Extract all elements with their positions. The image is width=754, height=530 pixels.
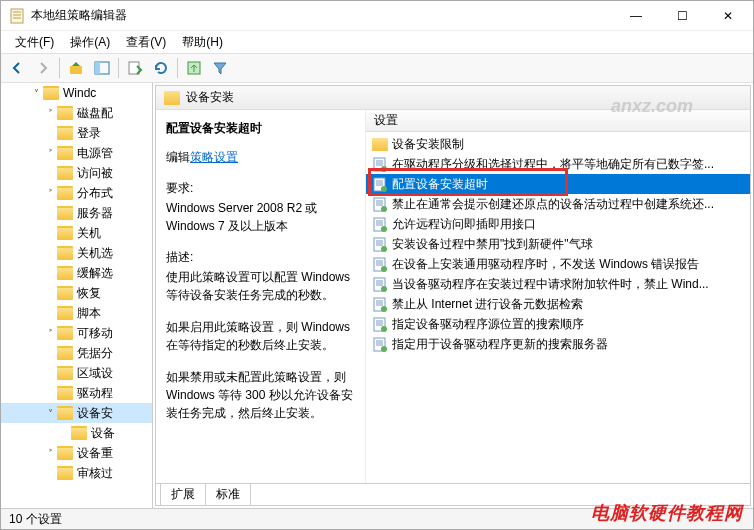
- tree-node[interactable]: ˃电源管: [1, 143, 153, 163]
- tree-pane[interactable]: ˅Windc˃磁盘配登录˃电源管访问被˃分布式服务器关机关机选缓解选恢复脚本˃可…: [1, 83, 153, 508]
- svg-rect-0: [11, 9, 23, 23]
- tree-node[interactable]: 缓解选: [1, 263, 153, 283]
- app-icon: [9, 8, 25, 24]
- folder-icon: [57, 226, 73, 240]
- export-button[interactable]: [123, 56, 147, 80]
- back-button[interactable]: [5, 56, 29, 80]
- folder-icon: [57, 126, 73, 140]
- tree-node-label: 设备安: [77, 405, 113, 422]
- tree-node[interactable]: ˃可移动: [1, 323, 153, 343]
- tree-node[interactable]: ˃设备重: [1, 443, 153, 463]
- folder-icon: [57, 206, 73, 220]
- expand-icon[interactable]: ˃: [43, 108, 57, 119]
- tree-node[interactable]: ˅设备安: [1, 403, 153, 423]
- tree-node[interactable]: 访问被: [1, 163, 153, 183]
- folder-icon: [57, 166, 73, 180]
- list-item-label: 当设备驱动程序在安装过程中请求附加软件时，禁止 Wind...: [392, 276, 709, 293]
- refresh-button[interactable]: [149, 56, 173, 80]
- minimize-button[interactable]: —: [613, 1, 659, 31]
- collapse-icon[interactable]: ˅: [43, 408, 57, 419]
- expand-icon[interactable]: ˃: [43, 448, 57, 459]
- tree-node-label: 关机选: [77, 245, 113, 262]
- list-item[interactable]: 指定用于设备驱动程序更新的搜索服务器: [366, 334, 750, 354]
- properties-button[interactable]: [182, 56, 206, 80]
- svg-point-38: [381, 266, 387, 272]
- requirements-text: Windows Server 2008 R2 或 Windows 7 及以上版本: [166, 199, 355, 235]
- up-button[interactable]: [64, 56, 88, 80]
- tree-node-label: 恢复: [77, 285, 101, 302]
- tree-node[interactable]: 驱动程: [1, 383, 153, 403]
- folder-icon: [57, 246, 73, 260]
- expand-icon[interactable]: ˃: [43, 328, 57, 339]
- show-hide-tree-button[interactable]: [90, 56, 114, 80]
- list-item[interactable]: 禁止从 Internet 进行设备元数据检索: [366, 294, 750, 314]
- folder-icon: [57, 146, 73, 160]
- list-item[interactable]: 指定设备驱动程序源位置的搜索顺序: [366, 314, 750, 334]
- tab-extended[interactable]: 扩展: [160, 484, 206, 506]
- svg-point-53: [381, 326, 387, 332]
- tree-node-label: 服务器: [77, 205, 113, 222]
- list-item[interactable]: 设备安装限制: [366, 134, 750, 154]
- folder-icon: [57, 306, 73, 320]
- toolbar: [1, 53, 753, 83]
- list-column-header[interactable]: 设置: [366, 110, 750, 132]
- close-button[interactable]: ✕: [705, 1, 751, 31]
- policy-icon: [372, 276, 388, 292]
- list-item[interactable]: 在驱动程序分级和选择过程中，将平等地确定所有已数字签...: [366, 154, 750, 174]
- list-item[interactable]: 在设备上安装通用驱动程序时，不发送 Windows 错误报告: [366, 254, 750, 274]
- menu-view[interactable]: 查看(V): [118, 32, 174, 53]
- maximize-button[interactable]: ☐: [659, 1, 705, 31]
- expand-icon[interactable]: ˃: [43, 148, 57, 159]
- status-bar: 10 个设置: [1, 508, 753, 530]
- description-label: 描述:: [166, 249, 355, 266]
- folder-icon: [372, 138, 388, 151]
- titlebar: 本地组策略编辑器 — ☐ ✕: [1, 1, 753, 31]
- policy-icon: [372, 256, 388, 272]
- tree-node-label: 关机: [77, 225, 101, 242]
- tree-node-label: 驱动程: [77, 385, 113, 402]
- list-item-label: 在驱动程序分级和选择过程中，将平等地确定所有已数字签...: [392, 156, 714, 173]
- tree-node[interactable]: ˃分布式: [1, 183, 153, 203]
- menu-action[interactable]: 操作(A): [62, 32, 118, 53]
- tree-node[interactable]: 凭据分: [1, 343, 153, 363]
- menubar: 文件(F) 操作(A) 查看(V) 帮助(H): [1, 31, 753, 53]
- tab-standard[interactable]: 标准: [205, 484, 251, 506]
- expand-icon[interactable]: ˃: [43, 188, 57, 199]
- tree-node[interactable]: 脚本: [1, 303, 153, 323]
- requirements-label: 要求:: [166, 180, 355, 197]
- tree-node[interactable]: 关机选: [1, 243, 153, 263]
- list-item-label: 指定设备驱动程序源位置的搜索顺序: [392, 316, 584, 333]
- tree-node-label: 缓解选: [77, 265, 113, 282]
- list-item[interactable]: 当设备驱动程序在安装过程中请求附加软件时，禁止 Wind...: [366, 274, 750, 294]
- list-item-label: 配置设备安装超时: [392, 176, 488, 193]
- toolbar-separator: [177, 58, 178, 78]
- collapse-icon[interactable]: ˅: [29, 88, 43, 99]
- tree-node[interactable]: ˃磁盘配: [1, 103, 153, 123]
- filter-button[interactable]: [208, 56, 232, 80]
- list-item[interactable]: 安装设备过程中禁用"找到新硬件"气球: [366, 234, 750, 254]
- menu-file[interactable]: 文件(F): [7, 32, 62, 53]
- tree-node[interactable]: 服务器: [1, 203, 153, 223]
- folder-icon: [57, 266, 73, 280]
- list-item[interactable]: 配置设备安装超时: [366, 174, 750, 194]
- forward-button[interactable]: [31, 56, 55, 80]
- svg-rect-4: [70, 66, 82, 74]
- svg-point-33: [381, 246, 387, 252]
- tree-node[interactable]: ˅Windc: [1, 83, 153, 103]
- tree-node[interactable]: 恢复: [1, 283, 153, 303]
- list-item-label: 禁止从 Internet 进行设备元数据检索: [392, 296, 583, 313]
- folder-icon: [57, 466, 73, 480]
- menu-help[interactable]: 帮助(H): [174, 32, 231, 53]
- list-item[interactable]: 禁止在通常会提示创建还原点的设备活动过程中创建系统还...: [366, 194, 750, 214]
- tree-node[interactable]: 审核过: [1, 463, 153, 483]
- svg-point-43: [381, 286, 387, 292]
- tree-node-label: 磁盘配: [77, 105, 113, 122]
- list-item[interactable]: 允许远程访问即插即用接口: [366, 214, 750, 234]
- tree-node[interactable]: 设备: [1, 423, 153, 443]
- tree-node[interactable]: 区域设: [1, 363, 153, 383]
- tree-node[interactable]: 登录: [1, 123, 153, 143]
- edit-policy-link[interactable]: 策略设置: [190, 149, 238, 166]
- tree-node[interactable]: 关机: [1, 223, 153, 243]
- tree-node-label: 凭据分: [77, 345, 113, 362]
- svg-point-18: [381, 186, 387, 192]
